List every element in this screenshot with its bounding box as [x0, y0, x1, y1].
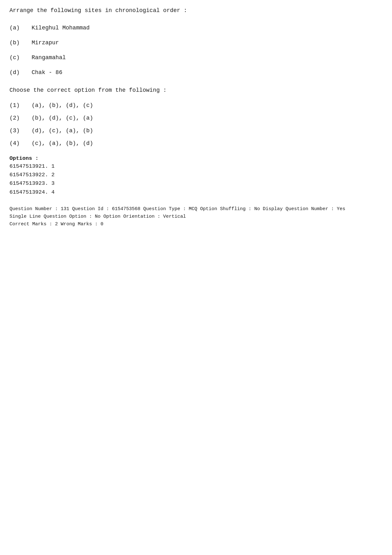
answer-val-3: (d), (c), (a), (b)	[32, 128, 93, 134]
site-label-c: (c)	[9, 53, 32, 62]
option-id-3: 61547513923. 3	[9, 179, 383, 188]
list-item: (c) Rangamahal	[9, 53, 383, 62]
options-heading: Options :	[9, 155, 383, 161]
answer-num-1: (1)	[9, 102, 32, 109]
site-text-d: Chak - 86	[32, 68, 62, 77]
options-section: Options : 61547513921. 1 61547513922. 2 …	[9, 155, 383, 196]
option-id-1: 61547513921. 1	[9, 162, 383, 171]
list-item: (d) Chak - 86	[9, 68, 383, 77]
metadata-section: Question Number : 131 Question Id : 6154…	[9, 205, 383, 228]
question-text: Arrange the following sites in chronolog…	[9, 6, 383, 15]
site-text-a: Kileghul Mohammad	[32, 24, 90, 32]
list-item: (b) Mirzapur	[9, 39, 383, 47]
site-label-a: (a)	[9, 24, 32, 32]
metadata-line-2: Single Line Question Option : No Option …	[9, 213, 383, 221]
site-label-b: (b)	[9, 39, 32, 47]
site-text-c: Rangamahal	[32, 53, 66, 62]
metadata-line-1: Question Number : 131 Question Id : 6154…	[9, 205, 383, 213]
option-id-4: 61547513924. 4	[9, 188, 383, 196]
answer-val-2: (b), (d), (c), (a)	[32, 115, 93, 121]
list-item: (2) (b), (d), (c), (a)	[9, 115, 383, 121]
answer-val-1: (a), (b), (d), (c)	[32, 102, 93, 109]
answer-num-3: (3)	[9, 128, 32, 134]
site-text-b: Mirzapur	[32, 39, 59, 47]
list-item: (3) (d), (c), (a), (b)	[9, 128, 383, 134]
answer-options-list: (1) (a), (b), (d), (c) (2) (b), (d), (c)…	[9, 102, 383, 147]
answer-num-4: (4)	[9, 140, 32, 147]
option-id-2: 61547513922. 2	[9, 171, 383, 179]
answer-val-4: (c), (a), (b), (d)	[32, 140, 93, 147]
choose-text: Choose the correct option from the follo…	[9, 87, 383, 93]
answer-num-2: (2)	[9, 115, 32, 121]
list-item: (a) Kileghul Mohammad	[9, 24, 383, 32]
list-item: (4) (c), (a), (b), (d)	[9, 140, 383, 147]
site-label-d: (d)	[9, 68, 32, 77]
marks-line: Correct Marks : 2 Wrong Marks : 0	[9, 221, 383, 228]
list-item: (1) (a), (b), (d), (c)	[9, 102, 383, 109]
sites-list: (a) Kileghul Mohammad (b) Mirzapur (c) R…	[9, 24, 383, 77]
